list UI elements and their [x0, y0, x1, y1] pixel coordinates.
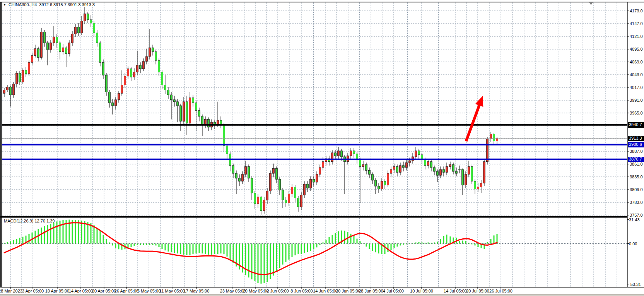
candle-body-bull	[242, 175, 244, 181]
up-arrow-annotation[interactable]	[465, 96, 483, 142]
candle-body-bear	[297, 198, 299, 207]
chart-canvas[interactable]	[0, 0, 644, 296]
candle-body-bull	[409, 161, 411, 163]
candle-body-bull	[393, 166, 395, 169]
candle-body-bull	[3, 90, 5, 93]
date-axis-label: 8 Jun 05:00	[290, 289, 313, 293]
candle-body-bear	[109, 92, 111, 103]
date-axis-label: 11 May 05:00	[159, 289, 185, 293]
candle-body-bull	[53, 37, 55, 43]
candle-body-bear	[359, 160, 361, 167]
candle-body-bear	[396, 166, 398, 172]
candle-body-bull	[465, 175, 467, 185]
candle-body-bear	[226, 146, 228, 154]
candle-body-bear	[276, 168, 278, 179]
chart-shift-marker-icon[interactable]	[589, 2, 593, 5]
candle-body-bull	[291, 187, 293, 194]
candle-body-bear	[260, 197, 262, 211]
symbol-timeframe: CHINA300-,H4	[9, 2, 37, 7]
candle-body-bear	[106, 75, 108, 92]
price-axis-label: 4147.0	[630, 21, 643, 26]
candle-body-bear	[378, 186, 380, 189]
candle-body-bull	[84, 14, 86, 21]
date-axis-label: 26 Jul 05:00	[489, 289, 512, 293]
candle-body-bear	[372, 175, 374, 180]
candle-body-bear	[152, 48, 154, 51]
candle-body-bear	[90, 20, 92, 23]
candle-body-bear	[459, 169, 461, 169]
price-axis-label: 3809.0	[630, 187, 643, 192]
candle-body-bear	[186, 102, 188, 123]
candle-body-bear	[93, 23, 95, 33]
ohlc-readout: 3912.6 3915.7 3901.3 3913.3	[39, 2, 95, 7]
candle-body-bull	[62, 48, 64, 51]
macd-axis-label: -53.31	[629, 282, 641, 287]
macd-indicator-label: MACD(12,26,9) 12.70 1.39	[4, 219, 55, 223]
candle-body-bull	[400, 166, 401, 173]
candle-body-bear	[164, 85, 166, 90]
candle-body-bear	[335, 153, 337, 156]
candle-body-bear	[236, 173, 237, 178]
symbol-dropdown-icon[interactable]: ▼	[3, 3, 6, 7]
price-axis-label: 4121.0	[630, 34, 643, 39]
price-axis-label: 3835.0	[630, 175, 643, 179]
candle-body-bull	[28, 62, 30, 74]
date-axis-label: 29 May 05:00	[243, 289, 269, 293]
candle-body-bear	[19, 73, 21, 82]
candle-body-bull	[143, 62, 145, 69]
candle-body-bear	[220, 120, 222, 124]
candle-body-bull	[124, 76, 126, 85]
candle-body-bull	[406, 163, 408, 168]
price-axis-label: 3757.0	[630, 213, 643, 217]
price-axis-label: 4173.0	[630, 9, 643, 13]
candle-body-bear	[177, 102, 179, 106]
date-axis-label: 28 Jun 05:00	[359, 289, 383, 293]
candle-body-bull	[487, 139, 489, 161]
candle-body-bull	[189, 98, 191, 123]
candle-body-bull	[121, 85, 123, 94]
candle-body-bull	[50, 43, 52, 50]
candle-body-bear	[208, 120, 210, 127]
candle-body-bear	[239, 178, 241, 181]
date-axis-label: 14 Jun 05:00	[313, 289, 338, 293]
candle-body-bear	[369, 171, 371, 175]
date-axis-label: 20 Jul 05:00	[466, 289, 489, 293]
price-level-badge: 3940.7	[628, 122, 644, 128]
candle-body-bull	[31, 56, 33, 63]
candle-body-bull	[127, 69, 129, 76]
candle-body-bear	[65, 48, 67, 53]
price-axis-label: 4017.0	[630, 85, 643, 90]
candle-body-bear	[44, 32, 46, 43]
candle-body-bear	[87, 14, 89, 20]
candle-body-bull	[263, 200, 265, 211]
price-axis-label: 3861.0	[630, 162, 643, 166]
candle-body-bear	[353, 151, 355, 154]
candle-body-bull	[480, 183, 482, 187]
candle-body-bull	[483, 162, 485, 183]
candle-body-bull	[133, 72, 135, 77]
candle-body-bull	[477, 187, 479, 189]
candle-body-bull	[257, 197, 259, 204]
candle-body-bear	[430, 162, 432, 168]
candle-body-bull	[381, 181, 383, 189]
candle-body-bull	[331, 153, 333, 162]
candle-body-bear	[99, 43, 101, 63]
candle-body-bull	[270, 173, 272, 191]
date-axis-label: 14 Jul 05:00	[444, 289, 467, 293]
date-axis-label: 2 Jun 05:00	[266, 289, 289, 293]
candle-body-bear	[279, 179, 281, 190]
date-axis-label: 10 Jul 05:00	[410, 289, 433, 293]
window-bottom-edge	[0, 294, 644, 296]
macd-axis-label: 31.43	[629, 217, 640, 222]
candle-body-bull	[137, 65, 138, 72]
candle-body-bull	[13, 84, 15, 95]
candle-body-bear	[251, 178, 253, 193]
candle-body-bear	[174, 100, 176, 102]
candle-body-bear	[167, 90, 169, 95]
candle-body-bull	[149, 48, 151, 56]
candle-body-bull	[446, 166, 448, 172]
price-axis-label: 3991.0	[630, 98, 643, 103]
candle-body-bull	[81, 21, 83, 33]
candle-body-bear	[223, 124, 225, 146]
macd-name: MACD(12,26,9)	[4, 219, 33, 223]
